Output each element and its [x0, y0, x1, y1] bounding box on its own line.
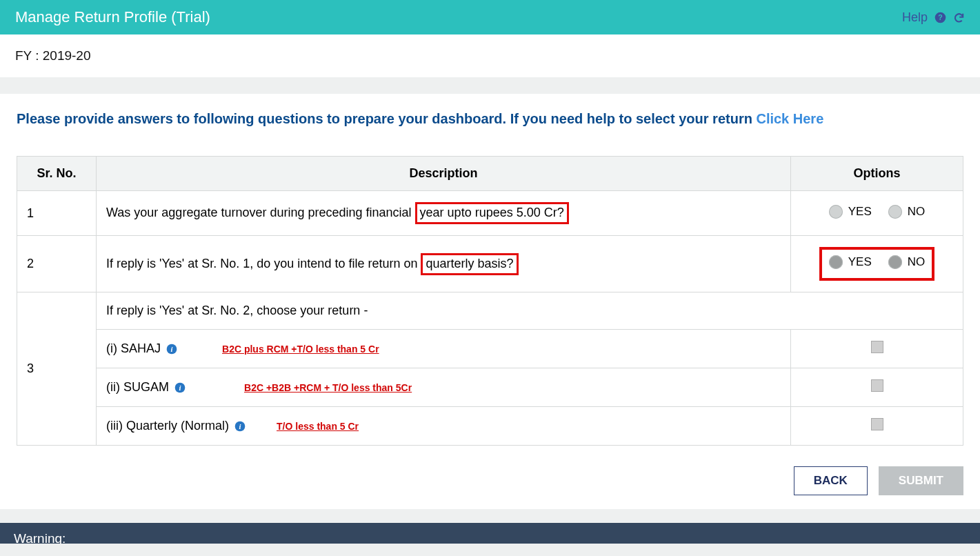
row2-no-label: NO: [908, 255, 926, 269]
questions-table: Sr. No. Description Options 1 Was your a…: [17, 156, 963, 446]
radio-icon: [829, 255, 843, 269]
row1-yes-radio[interactable]: YES: [829, 205, 872, 219]
instruction-text: Please provide answers to following ques…: [17, 109, 963, 128]
row3-opt3-desc: (iii) Quarterly (Normal) i T/O less than…: [97, 407, 791, 446]
row3-opt2-check-cell: [791, 368, 963, 407]
button-row: BACK SUBMIT: [17, 466, 963, 495]
svg-text:i: i: [179, 384, 181, 392]
row3-opt1-check-cell: [791, 330, 963, 368]
row1-yes-label: YES: [848, 205, 872, 219]
fy-label: FY : 2019-20: [0, 34, 980, 77]
svg-text:i: i: [171, 346, 173, 353]
row3-opt3-checkbox[interactable]: [871, 418, 883, 430]
th-sr: Sr. No.: [17, 157, 97, 191]
cell-sr-2: 2: [17, 236, 97, 292]
table-row: (ii) SUGAM i B2C +B2B +RCM + T/O less th…: [17, 368, 963, 407]
row3-opt3-label: (iii) Quarterly (Normal): [106, 419, 229, 433]
row1-desc-prefix: Was your aggregate turnover during prece…: [106, 206, 415, 219]
row3-opt1-checkbox[interactable]: [871, 341, 883, 353]
row3-opt3-check-cell: [791, 407, 963, 446]
row3-intro: If reply is 'Yes' at Sr. No. 2, choose y…: [97, 292, 963, 330]
row2-options-highlight-box: YES NO: [819, 247, 935, 281]
svg-text:i: i: [239, 423, 241, 430]
content-panel: Please provide answers to following ques…: [0, 94, 980, 509]
row2-yes-label: YES: [848, 255, 872, 269]
row2-desc-prefix: If reply is 'Yes' at Sr. No. 1, do you i…: [106, 257, 421, 270]
th-desc: Description: [97, 157, 791, 191]
row2-highlight: quarterly basis?: [421, 253, 518, 275]
instruction-prefix: Please provide answers to following ques…: [17, 111, 756, 126]
back-button[interactable]: BACK: [794, 466, 868, 495]
click-here-link[interactable]: Click Here: [756, 111, 823, 126]
row3-opt2-checkbox[interactable]: [871, 379, 883, 392]
cell-desc-1: Was your aggregate turnover during prece…: [97, 191, 791, 236]
table-row: 2 If reply is 'Yes' at Sr. No. 1, do you…: [17, 236, 963, 292]
help-icon[interactable]: ?: [934, 12, 946, 23]
row3-opt2-note: B2C +B2B +RCM + T/O less than 5Cr: [244, 382, 412, 393]
cell-opt-1: YES NO: [791, 191, 963, 236]
radio-icon: [888, 205, 902, 219]
row3-opt3-note: T/O less than 5 Cr: [277, 421, 359, 432]
radio-icon: [888, 255, 902, 269]
info-icon[interactable]: i: [174, 382, 186, 393]
table-row: (iii) Quarterly (Normal) i T/O less than…: [17, 407, 963, 446]
cell-desc-2: If reply is 'Yes' at Sr. No. 1, do you i…: [97, 236, 791, 292]
help-link[interactable]: Help: [902, 10, 928, 25]
refresh-icon[interactable]: [953, 12, 965, 23]
header-right: Help ?: [902, 10, 965, 25]
warning-label: Warning:: [14, 531, 66, 544]
svg-text:?: ?: [938, 13, 942, 21]
warning-bar: Warning:: [0, 523, 980, 544]
row3-opt1-label: (i) SAHAJ: [106, 341, 161, 356]
info-icon[interactable]: i: [234, 421, 246, 432]
cell-sr-3: 3: [17, 292, 97, 446]
row1-no-label: NO: [908, 205, 926, 219]
row3-opt2-desc: (ii) SUGAM i B2C +B2B +RCM + T/O less th…: [97, 368, 791, 407]
row3-opt1-note: B2C plus RCM +T/O less than 5 Cr: [222, 344, 379, 355]
cell-opt-2: YES NO: [791, 236, 963, 292]
row3-opt2-label: (ii) SUGAM: [106, 380, 169, 395]
header-bar: Manage Return Profile (Trial) Help ?: [0, 0, 980, 34]
row2-yes-radio[interactable]: YES: [829, 255, 872, 269]
info-icon[interactable]: i: [166, 344, 177, 355]
page-title: Manage Return Profile (Trial): [15, 8, 210, 26]
row2-no-radio[interactable]: NO: [888, 255, 926, 269]
table-row: 3 If reply is 'Yes' at Sr. No. 2, choose…: [17, 292, 963, 330]
submit-button[interactable]: SUBMIT: [879, 466, 963, 495]
row1-no-radio[interactable]: NO: [888, 205, 926, 219]
radio-icon: [829, 205, 843, 219]
row1-highlight: year upto rupees 5.00 Cr?: [415, 202, 569, 224]
row3-opt1-desc: (i) SAHAJ i B2C plus RCM +T/O less than …: [97, 330, 791, 368]
table-row: 1 Was your aggregate turnover during pre…: [17, 191, 963, 236]
th-opt: Options: [791, 157, 963, 191]
cell-sr-1: 1: [17, 191, 97, 236]
table-row: (i) SAHAJ i B2C plus RCM +T/O less than …: [17, 330, 963, 368]
